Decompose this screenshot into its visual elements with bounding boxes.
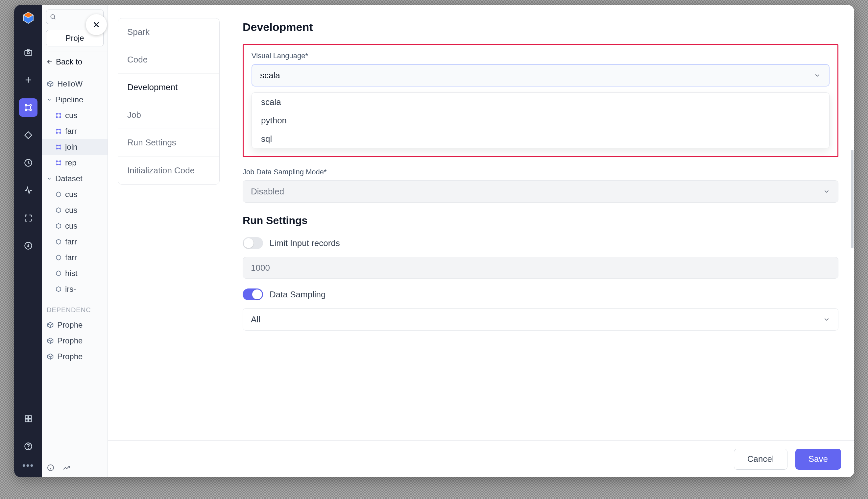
svg-point-22 — [60, 129, 61, 130]
settings-nav-item[interactable]: Job — [118, 101, 219, 129]
dependency-item[interactable]: Prophe — [42, 333, 108, 349]
rail-diamond-icon[interactable] — [19, 126, 37, 144]
svg-point-31 — [56, 164, 57, 165]
visual-language-label: Visual Language* — [251, 52, 830, 60]
settings-modal: SparkCodeDevelopmentJobRun SettingsIniti… — [108, 5, 854, 477]
data-sampling-label: Data Sampling — [270, 290, 326, 300]
app-window: ••• Proje Back to HelloW Pipeline cusfar… — [14, 5, 854, 477]
svg-point-4 — [25, 105, 27, 106]
pipeline-item[interactable]: join — [42, 139, 108, 155]
svg-rect-11 — [29, 416, 31, 418]
dataset-item[interactable]: cus — [42, 218, 108, 234]
data-sampling-toggle[interactable] — [243, 289, 263, 300]
dropdown-option[interactable]: sql — [252, 130, 829, 148]
settings-nav-item[interactable]: Initialization Code — [118, 157, 219, 184]
close-button[interactable] — [86, 14, 107, 35]
data-sampling-select[interactable]: All — [243, 308, 839, 331]
dataset-item[interactable]: hist — [42, 266, 108, 281]
dataset-item[interactable]: cus — [42, 202, 108, 218]
chevron-down-icon — [814, 72, 821, 79]
dataset-item[interactable]: cus — [42, 186, 108, 202]
run-settings-title: Run Settings — [243, 215, 839, 227]
svg-point-19 — [56, 117, 57, 118]
dataset-item[interactable]: farr — [42, 250, 108, 266]
rail-expand-icon[interactable] — [19, 209, 37, 227]
settings-nav-item[interactable]: Development — [118, 74, 219, 101]
rail-activity-icon[interactable] — [19, 181, 37, 200]
limit-input-label: Limit Input records — [270, 238, 340, 248]
svg-point-30 — [60, 160, 61, 161]
dependencies-label: DEPENDENC — [42, 301, 108, 317]
save-button[interactable]: Save — [795, 449, 841, 470]
settings-nav-item[interactable]: Run Settings — [118, 129, 219, 157]
pipeline-item[interactable]: cus — [42, 108, 108, 123]
svg-point-21 — [56, 129, 57, 130]
scrollbar[interactable] — [851, 150, 854, 248]
rail-pipeline-icon[interactable] — [19, 98, 37, 117]
info-icon[interactable] — [47, 464, 54, 473]
chevron-down-icon — [823, 188, 830, 195]
svg-point-3 — [27, 52, 29, 54]
app-logo — [21, 11, 35, 25]
settings-content: Development Visual Language* scala scala… — [230, 5, 854, 440]
rail-help-icon[interactable] — [19, 437, 37, 455]
cancel-button[interactable]: Cancel — [734, 449, 788, 470]
svg-rect-12 — [25, 419, 28, 422]
visual-language-dropdown: scalapythonsql — [251, 93, 830, 148]
svg-point-29 — [56, 160, 57, 161]
rail-grid-icon[interactable] — [19, 410, 37, 428]
chevron-down-icon — [823, 316, 830, 323]
tree-pipelines-header[interactable]: Pipeline — [42, 92, 108, 108]
job-sampling-label: Job Data Sampling Mode* — [243, 168, 839, 176]
rail-more-icon[interactable]: ••• — [22, 460, 34, 471]
svg-point-16 — [51, 14, 54, 19]
dropdown-option[interactable]: python — [252, 111, 829, 130]
svg-point-23 — [56, 132, 57, 133]
dependency-item[interactable]: Prophe — [42, 349, 108, 364]
modal-footer: Cancel Save — [108, 440, 854, 477]
svg-point-28 — [60, 148, 61, 149]
settings-nav-item[interactable]: Spark — [118, 19, 219, 46]
visual-language-select[interactable]: scala — [251, 64, 830, 86]
sidebar-bottom-bar — [42, 459, 108, 477]
back-link[interactable]: Back to — [42, 52, 108, 72]
dev-title: Development — [243, 21, 839, 34]
dropdown-option[interactable]: scala — [252, 93, 829, 111]
rail-camera-icon[interactable] — [19, 43, 37, 61]
svg-point-20 — [60, 117, 61, 118]
svg-point-24 — [60, 132, 61, 133]
svg-point-15 — [28, 448, 28, 448]
svg-point-6 — [25, 109, 27, 111]
rail-plus-icon[interactable] — [19, 71, 37, 89]
left-sidebar: Proje Back to HelloW Pipeline cusfarrjoi… — [42, 5, 108, 477]
icon-rail: ••• — [14, 5, 42, 477]
job-sampling-select[interactable]: Disabled — [243, 180, 839, 203]
limit-input-toggle[interactable] — [243, 237, 263, 249]
pipeline-item[interactable]: farr — [42, 123, 108, 139]
rail-clock-icon[interactable] — [19, 154, 37, 172]
dataset-item[interactable]: farr — [42, 234, 108, 250]
svg-rect-10 — [25, 416, 28, 418]
svg-point-27 — [56, 148, 57, 149]
svg-point-7 — [29, 109, 31, 111]
tree-datasets-header[interactable]: Dataset — [42, 171, 108, 186]
visual-language-highlight: Visual Language* scala scalapythonsql — [243, 44, 839, 157]
svg-point-18 — [60, 113, 61, 114]
limit-input-value[interactable]: 1000 — [243, 257, 839, 279]
svg-point-5 — [29, 105, 31, 106]
back-label: Back to — [56, 57, 82, 66]
svg-point-17 — [56, 113, 57, 114]
settings-nav: SparkCodeDevelopmentJobRun SettingsIniti… — [108, 5, 230, 440]
svg-point-25 — [56, 145, 57, 146]
dataset-item[interactable]: irs- — [42, 281, 108, 297]
project-tree: HelloW Pipeline cusfarrjoinrep Dataset c… — [42, 72, 108, 301]
svg-rect-2 — [25, 50, 32, 55]
tree-root[interactable]: HelloW — [42, 76, 108, 92]
trend-icon[interactable] — [62, 464, 70, 473]
rail-download-icon[interactable] — [19, 236, 37, 255]
svg-point-32 — [60, 164, 61, 165]
svg-point-26 — [60, 145, 61, 146]
pipeline-item[interactable]: rep — [42, 155, 108, 171]
dependency-item[interactable]: Prophe — [42, 317, 108, 333]
settings-nav-item[interactable]: Code — [118, 46, 219, 74]
